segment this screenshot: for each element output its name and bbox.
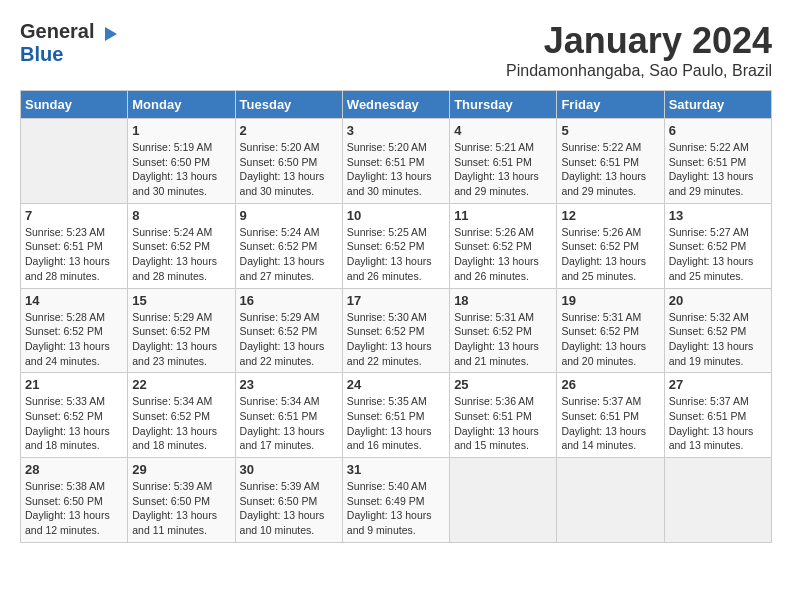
calendar-cell: 26Sunrise: 5:37 AM Sunset: 6:51 PM Dayli…: [557, 373, 664, 458]
day-number: 14: [25, 293, 123, 308]
day-info: Sunrise: 5:20 AM Sunset: 6:50 PM Dayligh…: [240, 140, 338, 199]
calendar-cell: 16Sunrise: 5:29 AM Sunset: 6:52 PM Dayli…: [235, 288, 342, 373]
day-number: 22: [132, 377, 230, 392]
day-number: 21: [25, 377, 123, 392]
calendar-cell: 18Sunrise: 5:31 AM Sunset: 6:52 PM Dayli…: [450, 288, 557, 373]
day-number: 15: [132, 293, 230, 308]
day-number: 7: [25, 208, 123, 223]
day-info: Sunrise: 5:30 AM Sunset: 6:52 PM Dayligh…: [347, 310, 445, 369]
calendar-week-row: 14Sunrise: 5:28 AM Sunset: 6:52 PM Dayli…: [21, 288, 772, 373]
day-info: Sunrise: 5:33 AM Sunset: 6:52 PM Dayligh…: [25, 394, 123, 453]
day-number: 2: [240, 123, 338, 138]
calendar-cell: 15Sunrise: 5:29 AM Sunset: 6:52 PM Dayli…: [128, 288, 235, 373]
day-info: Sunrise: 5:19 AM Sunset: 6:50 PM Dayligh…: [132, 140, 230, 199]
calendar-header-row: SundayMondayTuesdayWednesdayThursdayFrid…: [21, 91, 772, 119]
day-number: 10: [347, 208, 445, 223]
day-number: 25: [454, 377, 552, 392]
calendar-cell: 27Sunrise: 5:37 AM Sunset: 6:51 PM Dayli…: [664, 373, 771, 458]
day-info: Sunrise: 5:22 AM Sunset: 6:51 PM Dayligh…: [669, 140, 767, 199]
day-info: Sunrise: 5:26 AM Sunset: 6:52 PM Dayligh…: [454, 225, 552, 284]
day-info: Sunrise: 5:29 AM Sunset: 6:52 PM Dayligh…: [240, 310, 338, 369]
calendar-day-header: Sunday: [21, 91, 128, 119]
day-info: Sunrise: 5:31 AM Sunset: 6:52 PM Dayligh…: [454, 310, 552, 369]
day-number: 27: [669, 377, 767, 392]
calendar-week-row: 21Sunrise: 5:33 AM Sunset: 6:52 PM Dayli…: [21, 373, 772, 458]
day-info: Sunrise: 5:37 AM Sunset: 6:51 PM Dayligh…: [561, 394, 659, 453]
calendar-cell: 5Sunrise: 5:22 AM Sunset: 6:51 PM Daylig…: [557, 119, 664, 204]
day-info: Sunrise: 5:29 AM Sunset: 6:52 PM Dayligh…: [132, 310, 230, 369]
calendar-cell: 17Sunrise: 5:30 AM Sunset: 6:52 PM Dayli…: [342, 288, 449, 373]
calendar-cell: 28Sunrise: 5:38 AM Sunset: 6:50 PM Dayli…: [21, 458, 128, 543]
calendar-cell: 3Sunrise: 5:20 AM Sunset: 6:51 PM Daylig…: [342, 119, 449, 204]
logo: General Blue: [20, 20, 119, 65]
calendar-day-header: Thursday: [450, 91, 557, 119]
calendar-cell: [450, 458, 557, 543]
calendar-cell: 20Sunrise: 5:32 AM Sunset: 6:52 PM Dayli…: [664, 288, 771, 373]
day-number: 24: [347, 377, 445, 392]
calendar-cell: 19Sunrise: 5:31 AM Sunset: 6:52 PM Dayli…: [557, 288, 664, 373]
day-info: Sunrise: 5:32 AM Sunset: 6:52 PM Dayligh…: [669, 310, 767, 369]
day-info: Sunrise: 5:22 AM Sunset: 6:51 PM Dayligh…: [561, 140, 659, 199]
day-info: Sunrise: 5:27 AM Sunset: 6:52 PM Dayligh…: [669, 225, 767, 284]
day-number: 11: [454, 208, 552, 223]
day-info: Sunrise: 5:37 AM Sunset: 6:51 PM Dayligh…: [669, 394, 767, 453]
calendar-cell: 21Sunrise: 5:33 AM Sunset: 6:52 PM Dayli…: [21, 373, 128, 458]
calendar-cell: 25Sunrise: 5:36 AM Sunset: 6:51 PM Dayli…: [450, 373, 557, 458]
day-info: Sunrise: 5:28 AM Sunset: 6:52 PM Dayligh…: [25, 310, 123, 369]
day-info: Sunrise: 5:39 AM Sunset: 6:50 PM Dayligh…: [132, 479, 230, 538]
calendar-day-header: Saturday: [664, 91, 771, 119]
day-number: 18: [454, 293, 552, 308]
day-number: 19: [561, 293, 659, 308]
calendar-day-header: Friday: [557, 91, 664, 119]
calendar-cell: [664, 458, 771, 543]
calendar-cell: 22Sunrise: 5:34 AM Sunset: 6:52 PM Dayli…: [128, 373, 235, 458]
calendar-week-row: 1Sunrise: 5:19 AM Sunset: 6:50 PM Daylig…: [21, 119, 772, 204]
calendar-cell: 30Sunrise: 5:39 AM Sunset: 6:50 PM Dayli…: [235, 458, 342, 543]
day-number: 12: [561, 208, 659, 223]
day-info: Sunrise: 5:40 AM Sunset: 6:49 PM Dayligh…: [347, 479, 445, 538]
day-number: 28: [25, 462, 123, 477]
day-info: Sunrise: 5:34 AM Sunset: 6:52 PM Dayligh…: [132, 394, 230, 453]
title-block: January 2024 Pindamonhangaba, Sao Paulo,…: [506, 20, 772, 80]
day-info: Sunrise: 5:24 AM Sunset: 6:52 PM Dayligh…: [240, 225, 338, 284]
day-info: Sunrise: 5:36 AM Sunset: 6:51 PM Dayligh…: [454, 394, 552, 453]
calendar-cell: 11Sunrise: 5:26 AM Sunset: 6:52 PM Dayli…: [450, 203, 557, 288]
day-number: 13: [669, 208, 767, 223]
day-number: 29: [132, 462, 230, 477]
calendar-week-row: 28Sunrise: 5:38 AM Sunset: 6:50 PM Dayli…: [21, 458, 772, 543]
day-info: Sunrise: 5:24 AM Sunset: 6:52 PM Dayligh…: [132, 225, 230, 284]
calendar-cell: 12Sunrise: 5:26 AM Sunset: 6:52 PM Dayli…: [557, 203, 664, 288]
calendar-cell: [557, 458, 664, 543]
calendar-cell: 2Sunrise: 5:20 AM Sunset: 6:50 PM Daylig…: [235, 119, 342, 204]
day-number: 16: [240, 293, 338, 308]
day-info: Sunrise: 5:34 AM Sunset: 6:51 PM Dayligh…: [240, 394, 338, 453]
svg-marker-0: [105, 27, 117, 41]
day-info: Sunrise: 5:31 AM Sunset: 6:52 PM Dayligh…: [561, 310, 659, 369]
calendar-cell: 13Sunrise: 5:27 AM Sunset: 6:52 PM Dayli…: [664, 203, 771, 288]
calendar-cell: 29Sunrise: 5:39 AM Sunset: 6:50 PM Dayli…: [128, 458, 235, 543]
day-number: 23: [240, 377, 338, 392]
day-number: 3: [347, 123, 445, 138]
day-number: 8: [132, 208, 230, 223]
calendar-week-row: 7Sunrise: 5:23 AM Sunset: 6:51 PM Daylig…: [21, 203, 772, 288]
day-info: Sunrise: 5:21 AM Sunset: 6:51 PM Dayligh…: [454, 140, 552, 199]
day-info: Sunrise: 5:23 AM Sunset: 6:51 PM Dayligh…: [25, 225, 123, 284]
day-number: 4: [454, 123, 552, 138]
calendar-day-header: Monday: [128, 91, 235, 119]
day-number: 30: [240, 462, 338, 477]
calendar-cell: 6Sunrise: 5:22 AM Sunset: 6:51 PM Daylig…: [664, 119, 771, 204]
day-number: 1: [132, 123, 230, 138]
calendar-cell: 1Sunrise: 5:19 AM Sunset: 6:50 PM Daylig…: [128, 119, 235, 204]
day-number: 20: [669, 293, 767, 308]
calendar-day-header: Tuesday: [235, 91, 342, 119]
day-number: 9: [240, 208, 338, 223]
calendar-cell: 24Sunrise: 5:35 AM Sunset: 6:51 PM Dayli…: [342, 373, 449, 458]
calendar-day-header: Wednesday: [342, 91, 449, 119]
day-info: Sunrise: 5:26 AM Sunset: 6:52 PM Dayligh…: [561, 225, 659, 284]
page-header: General Blue January 2024 Pindamonhangab…: [20, 20, 772, 80]
calendar-cell: 9Sunrise: 5:24 AM Sunset: 6:52 PM Daylig…: [235, 203, 342, 288]
calendar-cell: 8Sunrise: 5:24 AM Sunset: 6:52 PM Daylig…: [128, 203, 235, 288]
day-number: 26: [561, 377, 659, 392]
day-number: 6: [669, 123, 767, 138]
day-info: Sunrise: 5:20 AM Sunset: 6:51 PM Dayligh…: [347, 140, 445, 199]
